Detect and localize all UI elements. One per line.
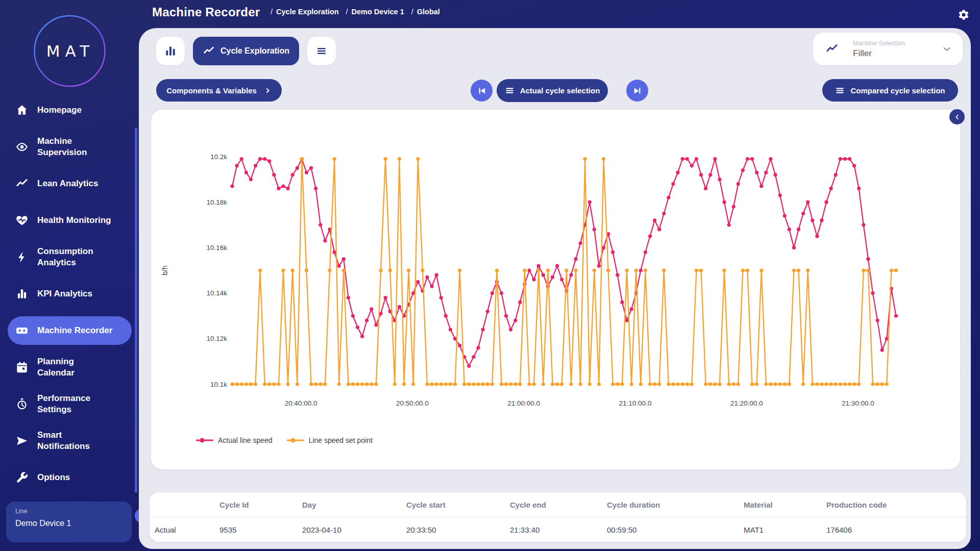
data-point[interactable] <box>425 382 429 386</box>
data-point[interactable] <box>402 382 406 386</box>
data-point[interactable] <box>653 382 656 386</box>
data-point[interactable] <box>318 382 322 386</box>
data-point[interactable] <box>852 164 856 167</box>
data-point[interactable] <box>328 268 331 272</box>
data-point[interactable] <box>788 228 791 231</box>
data-point[interactable] <box>453 382 457 386</box>
data-point[interactable] <box>783 214 787 217</box>
sidebar-item-machine-supervision[interactable]: MachineSupervision <box>0 129 139 165</box>
line-selector-card[interactable]: Line Demo Device 1 <box>6 502 132 542</box>
data-point[interactable] <box>760 268 763 272</box>
data-point[interactable] <box>727 223 731 227</box>
data-point[interactable] <box>467 382 471 386</box>
data-point[interactable] <box>555 382 559 386</box>
data-point[interactable] <box>764 382 768 386</box>
data-point[interactable] <box>486 310 489 313</box>
data-point[interactable] <box>504 382 508 386</box>
data-point[interactable] <box>542 273 545 277</box>
data-point[interactable] <box>588 382 592 386</box>
data-point[interactable] <box>435 273 438 277</box>
data-point[interactable] <box>834 382 838 386</box>
data-point[interactable] <box>555 264 559 268</box>
data-point[interactable] <box>333 251 336 254</box>
data-point[interactable] <box>699 173 703 177</box>
data-point[interactable] <box>773 173 777 177</box>
data-point[interactable] <box>857 382 861 386</box>
data-point[interactable] <box>890 268 893 272</box>
data-point[interactable] <box>764 171 768 174</box>
data-point[interactable] <box>305 171 308 174</box>
data-point[interactable] <box>281 268 285 272</box>
chart-collapse-button[interactable] <box>949 109 965 124</box>
data-point[interactable] <box>644 268 647 272</box>
data-point[interactable] <box>254 382 257 386</box>
data-point[interactable] <box>750 157 754 161</box>
data-point[interactable] <box>416 157 420 161</box>
data-point[interactable] <box>449 382 452 386</box>
sidebar-item-kpi-analytics[interactable]: KPI Analytics <box>0 276 139 312</box>
data-point[interactable] <box>718 382 721 386</box>
data-point[interactable] <box>606 268 610 272</box>
data-point[interactable] <box>560 382 564 386</box>
data-point[interactable] <box>411 382 415 386</box>
data-point[interactable] <box>532 278 536 281</box>
data-point[interactable] <box>894 268 898 272</box>
data-point[interactable] <box>379 268 382 272</box>
data-point[interactable] <box>421 268 424 272</box>
data-point[interactable] <box>620 382 624 386</box>
data-point[interactable] <box>885 382 889 386</box>
data-point[interactable] <box>472 382 475 386</box>
data-point[interactable] <box>300 157 304 161</box>
data-point[interactable] <box>625 319 628 322</box>
data-point[interactable] <box>347 382 350 386</box>
data-point[interactable] <box>551 276 554 279</box>
data-point[interactable] <box>542 382 545 386</box>
data-point[interactable] <box>611 251 615 254</box>
data-point[interactable] <box>458 268 461 272</box>
data-point[interactable] <box>476 346 480 349</box>
data-point[interactable] <box>704 187 707 190</box>
cycle-speed-chart[interactable]: 10.1k10.12k10.14k10.16k10.18k10.2kb/h20:… <box>151 110 960 469</box>
data-point[interactable] <box>866 257 870 261</box>
data-point[interactable] <box>778 193 782 197</box>
data-point[interactable] <box>351 314 355 318</box>
data-point[interactable] <box>737 182 740 186</box>
data-point[interactable] <box>667 382 670 386</box>
data-point[interactable] <box>263 157 266 161</box>
data-point[interactable] <box>263 382 266 386</box>
data-point[interactable] <box>722 268 726 272</box>
data-point[interactable] <box>843 157 847 161</box>
data-point[interactable] <box>258 268 262 272</box>
data-point[interactable] <box>569 273 573 277</box>
data-point[interactable] <box>267 382 271 386</box>
data-point[interactable] <box>597 264 601 268</box>
legend-item-actual-line-speed[interactable]: Actual line speed <box>195 436 273 444</box>
data-point[interactable] <box>681 157 684 161</box>
machine-selection-dropdown[interactable]: Machine Selection Filler <box>813 33 963 65</box>
sidebar-item-homepage[interactable]: Homepage <box>0 92 139 129</box>
data-point[interactable] <box>792 246 796 249</box>
data-point[interactable] <box>467 364 471 368</box>
data-point[interactable] <box>356 325 359 329</box>
data-point[interactable] <box>657 228 661 231</box>
data-point[interactable] <box>653 218 656 222</box>
data-point[interactable] <box>783 382 787 386</box>
data-point[interactable] <box>286 187 290 190</box>
data-point[interactable] <box>513 382 517 386</box>
data-point[interactable] <box>708 173 712 177</box>
data-point[interactable] <box>713 382 717 386</box>
data-point[interactable] <box>481 382 485 386</box>
data-point[interactable] <box>746 268 749 272</box>
data-point[interactable] <box>685 382 689 386</box>
data-point[interactable] <box>537 268 541 272</box>
sidebar-item-smart-notifications[interactable]: SmartNotifications <box>0 422 139 459</box>
data-point[interactable] <box>588 201 592 204</box>
data-point[interactable] <box>625 268 628 272</box>
data-point[interactable] <box>741 168 745 172</box>
data-point[interactable] <box>527 382 531 386</box>
data-point[interactable] <box>272 382 276 386</box>
data-point[interactable] <box>713 157 717 161</box>
data-point[interactable] <box>620 300 624 304</box>
data-point[interactable] <box>518 382 522 386</box>
legend-item-line-speed-set-point[interactable]: Line speed set point <box>286 436 373 444</box>
